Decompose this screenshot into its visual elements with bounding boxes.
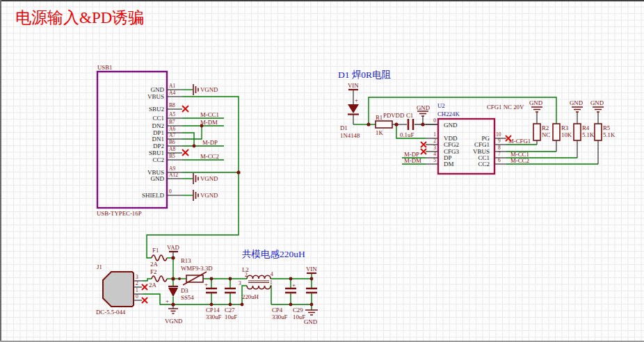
svg-text:A5: A5 [169,111,175,117]
usb1-pin-names: GND VBUS SBU2 CC1 DN2 DP1 DN1 DP2 SBU1 C… [142,86,164,199]
svg-text:6: 6 [498,157,501,163]
svg-text:0: 0 [136,293,138,300]
svg-text:A6: A6 [169,126,175,132]
svg-text:A1: A1 [169,83,175,89]
svg-text:CC2: CC2 [478,161,490,168]
svg-text:A7: A7 [169,132,175,138]
svg-text:NC: NC [542,131,550,138]
u2-part: CH224K [437,111,460,117]
net-label-m-dp[interactable]: M-DP [202,139,218,146]
note-d1-0r[interactable]: D1 焊0R电阻 [338,70,391,80]
svg-text:3: 3 [136,274,138,280]
svg-text:1: 1 [433,131,436,138]
svg-text:220uH: 220uH [242,293,259,300]
fuse-f1[interactable]: F1 2A [150,247,167,268]
j1-dc-jack[interactable]: J1 DC-5.5-044 3 2 1 0 [96,263,143,316]
svg-text:VIN: VIN [306,266,317,272]
svg-text:GND: GND [570,99,583,106]
svg-text:SHIELD: SHIELD [142,192,164,199]
svg-text:VBUS: VBUS [147,93,164,100]
svg-text:VGND: VGND [200,192,218,199]
svg-text:VGND: VGND [200,175,218,182]
svg-text:2A: 2A [150,261,158,268]
svg-text:2A: 2A [149,282,156,288]
svg-text:+: + [292,282,296,288]
r5-resistor[interactable]: R5 5.1K [595,124,615,140]
u2-left-pin-names: GND VDD CFG2 CFG3 DP DM [444,122,460,168]
svg-text:2: 2 [136,280,138,286]
d1-diode[interactable]: + D1 1N4148 [340,90,360,139]
svg-text:330uF: 330uF [206,314,222,320]
svg-text:D1: D1 [340,124,348,131]
svg-text:4: 4 [433,151,436,157]
svg-text:CFG1: CFG1 [474,141,490,148]
j1-ref: J1 [97,263,102,270]
svg-text:4: 4 [271,271,273,277]
svg-text:GND: GND [417,104,430,111]
j1-part: DC-5.5-044 [96,309,126,316]
svg-text:10uF: 10uF [225,314,237,320]
nc-x-b8 [182,106,188,112]
svg-text:5.1K: 5.1K [582,131,595,138]
cp14-capacitor[interactable]: + CP14 330uF [204,281,222,320]
svg-text:CFG2: CFG2 [444,141,459,148]
net-label-m-cc1[interactable]: M-CC1 [200,111,219,118]
svg-text:GND: GND [529,99,542,106]
c1-capacitor[interactable]: C1 0.1uF [400,112,438,138]
gnd-symbol-r2[interactable]: GND [529,99,542,112]
u2-right-pin-numbers: 10 9 8 7 6 [496,131,501,163]
net-label-m-cc2-u2[interactable]: M-CC2 [510,157,529,164]
net-label-m-dm-u2[interactable]: M-DM [404,157,421,164]
vad-power-flag[interactable]: VAD [167,244,179,258]
net-label-m-cc2[interactable]: M-CC2 [200,153,219,160]
gnd-symbol-bottom[interactable]: GND [304,310,318,325]
svg-text:1K: 1K [376,129,383,136]
svg-text:R5: R5 [603,124,611,131]
page-title[interactable]: 电源输入&PD诱骗 [15,9,144,26]
vgnd-symbol-a1[interactable]: VGND [193,84,218,95]
svg-text:3: 3 [433,145,436,151]
r4-resistor[interactable]: R4 5.1K [574,124,595,140]
l2-common-mode-choke[interactable]: L2 2 4 3 1 220uH [239,266,273,300]
svg-text:GND: GND [590,99,604,106]
svg-text:CP14: CP14 [206,307,220,314]
note-cfg1-nc-20v[interactable]: CFG1 NC 20V [487,104,524,111]
svg-text:3: 3 [239,280,241,286]
gnd-symbol-r4[interactable]: GND [570,99,583,112]
svg-text:A9: A9 [169,165,175,172]
r2-resistor[interactable]: R2 NC [533,124,550,140]
svg-text:DM: DM [444,161,454,168]
nc-x-cfg2 [421,142,426,147]
svg-text:B6: B6 [169,139,175,145]
svg-text:C29: C29 [293,307,303,314]
vgnd-symbol-shield[interactable]: VGND [193,190,218,201]
usb1-connector[interactable]: USB1 USB-TYPEC-16P A1 A4 B8 A5 B7 A6 A7 … [97,64,182,217]
svg-text:F1: F1 [152,247,159,254]
svg-text:CP4: CP4 [272,307,283,314]
svg-text:+: + [204,281,208,288]
vin-power-flag-top[interactable]: VIN [348,82,359,90]
svg-text:0.1uF: 0.1uF [400,131,414,138]
net-label-pdvdd[interactable]: PDVDD [383,112,404,119]
d3-diode[interactable]: + D3 SS54 [166,286,194,304]
vgnd-symbol-a12[interactable]: VGND [193,173,218,184]
vgnd-symbol-d3[interactable]: VGND [165,304,182,325]
schematic-canvas: 电源输入&PD诱骗 D1 焊0R电阻 共模电感220uH CFG1 NC 20V [0,0,644,342]
vin-power-flag-bottom[interactable]: VIN [306,266,317,273]
u2-ch224k[interactable]: U2 CH224K 0 1 2 3 4 5 GND VDD CFG2 CFG3 [426,102,506,174]
svg-text:2: 2 [245,272,248,278]
d1-diode-icon [348,104,359,113]
nc-x-j1-0 [142,298,147,303]
r3-resistor[interactable]: R3 10K [553,124,572,140]
svg-text:GND: GND [444,122,458,129]
svg-text:7: 7 [498,151,501,157]
svg-text:VGND: VGND [165,318,182,325]
net-label-m-cfg1[interactable]: M-CFG1 [508,138,531,145]
gnd-symbol-r5[interactable]: GND [590,99,604,112]
svg-text:C1: C1 [406,112,413,119]
fuse-f2[interactable]: F2 2A [149,268,167,288]
svg-text:R4: R4 [582,124,590,131]
gnd-symbol-c1[interactable]: GND [417,104,430,124]
note-common-mode-choke[interactable]: 共模电感220uH [242,249,305,259]
svg-text:CC1: CC1 [152,115,164,122]
